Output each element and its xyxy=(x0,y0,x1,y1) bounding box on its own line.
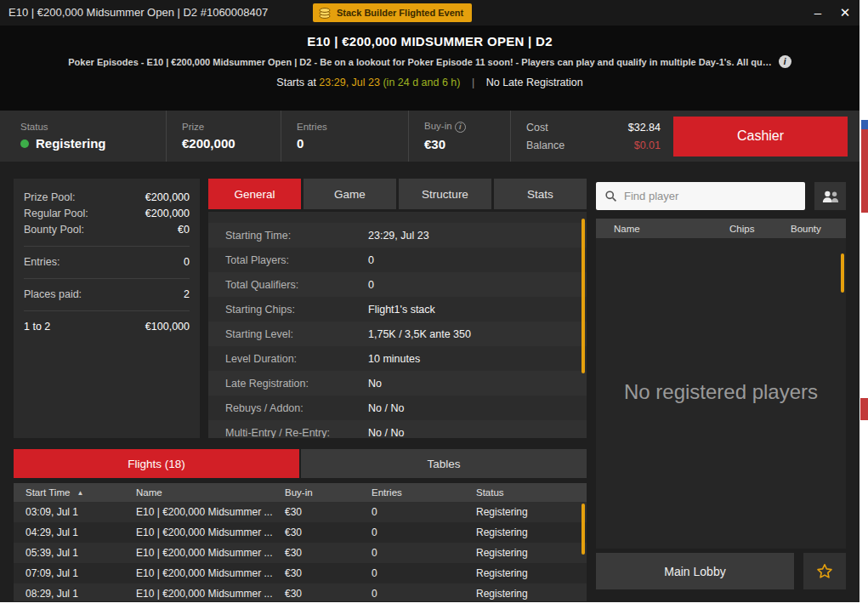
general-info-table: Starting Time: 23:29, Jul 23 Total Playe… xyxy=(208,212,587,438)
info-row-label: Rebuys / Addon: xyxy=(225,402,368,414)
starts-at-label: Starts at xyxy=(276,77,316,88)
prize-column: Prize €200,000 xyxy=(166,111,281,162)
info-row-value: 1,75K / 3,5K ante 350 xyxy=(368,328,471,340)
column-name[interactable]: Name xyxy=(614,224,729,234)
players-list: No registered players xyxy=(596,238,846,549)
info-row: Level Duration: 10 minutes xyxy=(208,346,587,371)
flight-name: E10 | €200,000 Midsummer ... xyxy=(136,526,285,538)
status-value-row: Registering xyxy=(20,136,166,151)
info-row-value: Flight1's stack xyxy=(368,304,435,316)
info-row-label: Multi-Entry / Re-Entry: xyxy=(225,427,368,439)
divider xyxy=(24,278,190,279)
flight-buyin: €30 xyxy=(285,506,372,518)
background-artifact xyxy=(861,120,868,129)
flight-start-time: 08:29, Jul 1 xyxy=(14,588,136,600)
players-list-button[interactable] xyxy=(814,182,846,210)
flight-row[interactable]: 04:29, Jul 1 E10 | €200,000 Midsummer ..… xyxy=(14,522,587,543)
tab-tables[interactable]: Tables xyxy=(301,449,587,478)
flight-entries: 0 xyxy=(372,567,476,579)
status-bar: Status Registering Prize €200,000 Entrie… xyxy=(0,111,859,162)
column-start-time[interactable]: Start Time ▲ xyxy=(14,487,136,498)
info-row: Multi-Entry / Re-Entry: No / No xyxy=(208,420,587,438)
tab-tables-wrap: Tables xyxy=(301,449,587,478)
pool-row: Bounty Pool: €0 xyxy=(24,222,190,238)
tab-general[interactable]: General xyxy=(208,179,301,209)
info-row-value: No xyxy=(368,378,382,390)
close-icon[interactable]: ✕ xyxy=(837,0,853,26)
buyin-column: Buy-in i €30 xyxy=(408,111,510,162)
pool-label: Prize Pool: xyxy=(24,190,75,206)
divider xyxy=(24,246,190,247)
payout-range: 1 to 2 xyxy=(24,319,50,335)
flight-start-time: 07:09, Jul 1 xyxy=(14,567,136,579)
pool-row: Prize Pool: €200,000 xyxy=(24,190,190,206)
find-player-input[interactable] xyxy=(624,190,797,202)
info-row-label: Starting Time: xyxy=(225,230,368,242)
buyin-label-row: Buy-in i xyxy=(424,121,510,133)
flight-status: Registering xyxy=(476,567,587,579)
late-registration-text: No Late Registration xyxy=(486,77,583,88)
buyin-info-icon[interactable]: i xyxy=(455,122,466,133)
info-row: Total Qualifiers: 0 xyxy=(208,272,587,297)
entries-value: 0 xyxy=(297,136,408,151)
players-icon xyxy=(821,190,840,203)
favorite-button[interactable] xyxy=(803,553,846,589)
flight-start-time: 03:09, Jul 1 xyxy=(14,506,136,518)
tab-structure[interactable]: Structure xyxy=(399,179,491,209)
players-scrollbar[interactable] xyxy=(841,253,844,293)
cashier-button[interactable]: Cashier xyxy=(673,117,848,157)
info-row: Rebuys / Addon: No / No xyxy=(208,396,587,420)
balance-value: $0.01 xyxy=(628,139,661,151)
prize-pool-panel: Prize Pool: €200,000 Regular Pool: €200,… xyxy=(14,179,200,438)
flights-scrollbar[interactable] xyxy=(582,504,585,555)
column-bounty[interactable]: Bounty xyxy=(791,224,846,234)
entries-label: Entries xyxy=(297,122,408,132)
flight-row[interactable]: 05:39, Jul 1 E10 | €200,000 Midsummer ..… xyxy=(14,543,587,563)
info-row-label: Level Duration: xyxy=(225,353,368,365)
flight-status: Registering xyxy=(476,547,587,559)
background-artifact xyxy=(860,398,868,420)
flight-buyin: €30 xyxy=(285,567,372,579)
flight-row[interactable]: 03:09, Jul 1 E10 | €200,000 Midsummer ..… xyxy=(14,502,587,522)
tab-game[interactable]: Game xyxy=(304,179,396,209)
main-lobby-button[interactable]: Main Lobby xyxy=(596,553,794,589)
info-row-label: Starting Level: xyxy=(225,328,368,340)
tab-stats[interactable]: Stats xyxy=(494,179,587,209)
column-chips[interactable]: Chips xyxy=(729,224,791,234)
tab-flights-wrap: Flights (18) xyxy=(14,449,299,478)
pool-value: €200,000 xyxy=(145,190,190,206)
info-row-value: 23:29, Jul 23 xyxy=(368,230,429,242)
flight-name: E10 | €200,000 Midsummer ... xyxy=(136,567,285,579)
status-label: Status xyxy=(20,122,166,132)
info-tabs: General Game Structure Stats xyxy=(208,179,587,209)
column-flight-name[interactable]: Name xyxy=(136,487,285,498)
flight-entries: 0 xyxy=(372,526,476,538)
no-players-message: No registered players xyxy=(596,378,846,406)
column-status[interactable]: Status xyxy=(476,487,587,498)
players-table-header: Name Chips Bounty xyxy=(596,219,846,238)
info-row-value: 0 xyxy=(368,279,374,291)
flight-start-time: 05:39, Jul 1 xyxy=(14,547,136,559)
info-row: Starting Level: 1,75K / 3,5K ante 350 xyxy=(208,322,587,346)
info-row-value: 10 minutes xyxy=(368,353,420,365)
column-buyin[interactable]: Buy-in xyxy=(285,487,372,498)
info-row-label: Total Qualifiers: xyxy=(225,279,368,291)
prize-label: Prize xyxy=(182,122,281,132)
balance-label: Balance xyxy=(526,139,618,151)
start-time: 23:29, Jul 23 xyxy=(319,77,380,88)
flights-table-header: Start Time ▲ Name Buy-in Entries Status xyxy=(14,483,587,502)
info-icon[interactable]: i xyxy=(779,55,791,68)
flight-row[interactable]: 07:09, Jul 1 E10 | €200,000 Midsummer ..… xyxy=(14,563,587,583)
cost-value: $32.84 xyxy=(628,122,661,134)
minimize-icon[interactable]: – xyxy=(810,0,825,26)
entries-column: Entries 0 xyxy=(281,111,408,162)
info-scrollbar[interactable] xyxy=(582,219,585,373)
flight-row[interactable]: 08:29, Jul 1 E10 | €200,000 Midsummer ..… xyxy=(14,583,587,601)
column-entries[interactable]: Entries xyxy=(372,487,476,498)
flight-name: E10 | €200,000 Midsummer ... xyxy=(136,588,285,600)
tournament-title: E10 | €200,000 MIDSUMMER OPEN | D2 xyxy=(0,26,859,48)
info-row-value: No / No xyxy=(368,402,404,414)
flight-status: Registering xyxy=(476,526,587,538)
tab-flights[interactable]: Flights (18) xyxy=(14,449,299,478)
entries-row: Entries: 0 xyxy=(24,254,190,270)
